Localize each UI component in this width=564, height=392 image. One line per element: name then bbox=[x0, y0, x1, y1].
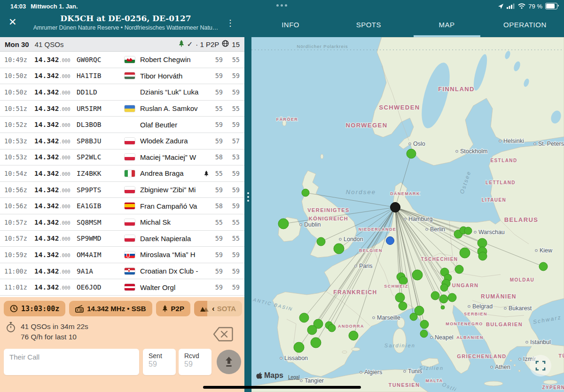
qso-dot[interactable] bbox=[302, 189, 309, 196]
log-qso-button[interactable] bbox=[217, 350, 241, 374]
qso-dot[interactable] bbox=[431, 291, 439, 300]
qso-callsign: SP9PTS bbox=[77, 186, 125, 194]
home-indicator[interactable] bbox=[203, 386, 361, 389]
qso-row[interactable]: 10:56z14.342.000SP9PTSZbigniew “Zibi” Mi… bbox=[0, 182, 244, 198]
qso-row[interactable]: 10:53z14.342.000SP2WLCMaciej “Maciej” W5… bbox=[0, 149, 244, 166]
battery-icon bbox=[545, 3, 557, 9]
qso-dot[interactable] bbox=[407, 149, 416, 158]
qso-dot[interactable] bbox=[307, 325, 317, 335]
tab-label: SPOTS bbox=[356, 21, 381, 29]
pill-p2p[interactable]: P2P bbox=[156, 301, 190, 316]
fullscreen-button[interactable] bbox=[530, 355, 551, 376]
qso-name: Tibor Horváth bbox=[140, 72, 202, 80]
qso-dot[interactable] bbox=[294, 342, 304, 353]
qso-sent: 55 bbox=[211, 219, 223, 226]
qso-dot[interactable] bbox=[334, 243, 344, 254]
flag-spain-icon bbox=[125, 203, 140, 209]
map-city-label: Paris bbox=[359, 263, 372, 269]
pill-13-03-00z[interactable]: 13:03:00z bbox=[4, 301, 65, 316]
qso-dot[interactable] bbox=[420, 330, 428, 337]
mountain-icon bbox=[200, 306, 209, 312]
qso-dot[interactable] bbox=[410, 313, 417, 321]
qso-row[interactable]: 10:54z14.342.000IZ4BKKAndrea Braga5559 bbox=[0, 165, 244, 182]
qso-time: 11:01z bbox=[0, 283, 34, 291]
qso-dot[interactable] bbox=[311, 337, 321, 348]
qso-row[interactable]: 10:57z14.342.000SQ8MSMMichal Sk5555 bbox=[0, 214, 244, 231]
map-water-label: Sizilien bbox=[419, 365, 444, 371]
map-country-label: TÜRKEI bbox=[558, 353, 564, 359]
qso-row[interactable]: 10:56z14.342.000EA1GIBFran Campañó Va585… bbox=[0, 198, 244, 214]
map-country-label: MOLDAU bbox=[510, 277, 534, 282]
qso-row[interactable]: 10:57z14.342.000SP9WMDDarek Napierala595… bbox=[0, 231, 244, 247]
qso-row[interactable]: 10:51z14.342.000UR5IRMRuslan A. Samkov55… bbox=[0, 101, 244, 117]
qso-dot[interactable] bbox=[317, 237, 325, 246]
qso-dot[interactable] bbox=[412, 270, 423, 280]
qso-dot[interactable] bbox=[455, 265, 463, 274]
pill-sota[interactable]: ‹SOTA bbox=[194, 301, 242, 316]
qso-time: 10:50z bbox=[0, 72, 34, 79]
qso-row[interactable]: 10:50z14.342.000DD1LDDzianis “Luk” Luka5… bbox=[0, 84, 244, 101]
sent-input[interactable]: Sent 59 bbox=[143, 349, 176, 375]
radio-icon bbox=[75, 305, 84, 313]
qso-row[interactable]: 10:49z14.342.000GW0RQCRobert Chegwin5955 bbox=[0, 52, 244, 68]
tab-spots[interactable]: SPOTS bbox=[329, 12, 407, 37]
qso-row[interactable]: 11:00z14.342.0009A1ACroatian Dx Club -59… bbox=[0, 263, 244, 280]
tab-operation[interactable]: OPERATION bbox=[486, 12, 564, 37]
spot-dot-blue[interactable] bbox=[386, 237, 394, 245]
qso-frequency: 14.342.000 bbox=[34, 186, 77, 194]
qso-dot[interactable] bbox=[464, 227, 472, 235]
flag-italy-icon bbox=[125, 170, 140, 177]
qso-frequency: 14.342.000 bbox=[34, 283, 77, 291]
qso-row[interactable]: 10:52z14.342.000DL3BOBOlaf Beutler5959 bbox=[0, 117, 244, 133]
panel-resize-handle[interactable] bbox=[244, 37, 251, 392]
qso-dot[interactable] bbox=[299, 313, 309, 322]
close-icon[interactable]: ✕ bbox=[8, 17, 17, 27]
rate-line-2: 76 Q/h for last 10 bbox=[21, 332, 88, 342]
qso-callsign: OE6JOD bbox=[77, 283, 125, 291]
qso-dot[interactable] bbox=[441, 306, 445, 309]
backspace-button[interactable] bbox=[212, 326, 233, 344]
map-city-label: Lissabon bbox=[284, 355, 308, 361]
qso-dot[interactable] bbox=[399, 302, 407, 310]
qso-dot[interactable] bbox=[439, 295, 448, 303]
qso-time: 10:53z bbox=[0, 137, 34, 145]
map-country-label: FRANKREICH bbox=[333, 289, 377, 296]
map-country-label: ZYPERN bbox=[542, 385, 564, 390]
map-country-label: MALTA bbox=[425, 378, 443, 383]
qso-dot[interactable] bbox=[448, 293, 456, 302]
legal-link[interactable]: Legal bbox=[288, 375, 299, 380]
qso-dot[interactable] bbox=[539, 262, 548, 271]
qso-row[interactable]: 10:53z14.342.000SP8BJUWlodek Zadura5957 bbox=[0, 133, 244, 149]
kebab-menu-icon[interactable]: ⋮ bbox=[226, 18, 235, 28]
qso-sent: 59 bbox=[211, 72, 223, 79]
qso-frequency: 14.342.000 bbox=[34, 120, 77, 129]
their-call-input[interactable]: Their Call bbox=[4, 349, 139, 375]
qso-sent: 58 bbox=[211, 153, 223, 161]
tab-map[interactable]: MAP bbox=[408, 12, 486, 37]
qso-dot[interactable] bbox=[278, 219, 289, 229]
pill-14-342-mhz-ssb[interactable]: 14.342 MHz • SSB bbox=[69, 301, 152, 316]
tab-info[interactable]: INFO bbox=[251, 12, 329, 37]
qso-rcvd: 59 bbox=[223, 88, 244, 96]
qso-rcvd: 59 bbox=[223, 283, 244, 291]
qso-frequency: 14.342.000 bbox=[34, 202, 77, 210]
qso-row[interactable]: 11:01z14.342.000OE6JODWalter Orgl5959 bbox=[0, 279, 244, 296]
station-dot[interactable] bbox=[391, 203, 400, 212]
qso-row[interactable]: 10:50z14.342.000HA1TIBTibor Horváth5959 bbox=[0, 68, 244, 85]
polar-circle-label: Nördlicher Polarkreis bbox=[297, 44, 348, 49]
qso-dot[interactable] bbox=[440, 284, 448, 291]
qso-dot[interactable] bbox=[349, 331, 358, 340]
qso-dot[interactable] bbox=[478, 238, 487, 248]
log-header[interactable]: Mon 30 41 QSOs ✓ · 1 P2P 15 bbox=[0, 37, 244, 52]
qso-dot[interactable] bbox=[460, 248, 470, 258]
qso-row[interactable]: 10:59z14.342.000OM4AIMMiroslava “Mia” H5… bbox=[0, 247, 244, 263]
qso-dot[interactable] bbox=[478, 252, 487, 260]
qso-dot[interactable] bbox=[395, 293, 405, 302]
qso-dot[interactable] bbox=[420, 320, 429, 329]
qso-dot[interactable] bbox=[328, 324, 336, 332]
qso-map[interactable]: FÄRÖERNORWEGENSCHWEDENFINNLANDESTLANDLET… bbox=[251, 37, 564, 392]
qso-name: Miroslava “Mia” H bbox=[140, 251, 202, 259]
qso-frequency: 14.342.000 bbox=[34, 137, 77, 145]
tree-icon bbox=[162, 305, 168, 312]
rcvd-input[interactable]: Rcvd 59 bbox=[179, 349, 212, 375]
